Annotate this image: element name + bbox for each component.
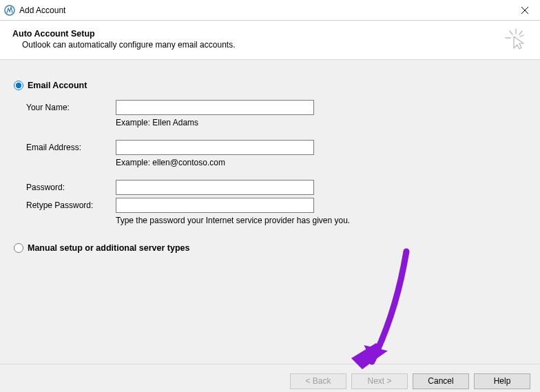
wizard-body: Email Account Your Name: Example: Ellen … (0, 60, 540, 364)
your-name-input[interactable] (116, 100, 314, 115)
svg-line-6 (510, 31, 512, 34)
email-account-label: Email Account (28, 81, 87, 90)
your-name-hint: Example: Ellen Adams (26, 118, 526, 127)
password-hint: Type the password your Internet service … (26, 216, 526, 225)
window-title: Add Account (19, 6, 509, 15)
option-manual-setup[interactable]: Manual setup or additional server types (14, 243, 526, 253)
radio-email-account[interactable] (14, 81, 23, 90)
email-address-hint: Example: ellen@contoso.com (26, 158, 526, 167)
retype-password-label: Retype Password: (26, 200, 116, 210)
titlebar: Add Account (0, 0, 540, 21)
back-button[interactable]: < Back (290, 373, 346, 389)
next-button[interactable]: Next > (351, 373, 408, 389)
password-label: Password: (26, 183, 116, 192)
help-button[interactable]: Help (474, 373, 530, 389)
retype-password-input[interactable] (116, 198, 314, 213)
wizard-header: Auto Account Setup Outlook can automatic… (0, 21, 540, 60)
your-name-label: Your Name: (26, 103, 116, 112)
header-title: Auto Account Setup (12, 29, 236, 39)
app-icon (4, 5, 15, 16)
close-button[interactable] (509, 0, 540, 21)
option-email-account[interactable]: Email Account (14, 81, 526, 90)
manual-setup-label: Manual setup or additional server types (28, 243, 189, 253)
radio-manual-setup[interactable] (14, 243, 23, 253)
svg-line-5 (520, 35, 523, 37)
click-cursor-icon (504, 28, 528, 51)
svg-line-7 (519, 31, 522, 34)
email-address-label: Email Address: (26, 143, 116, 152)
cancel-button[interactable]: Cancel (413, 373, 469, 389)
wizard-footer: < Back Next > Cancel Help (0, 364, 540, 392)
email-address-input[interactable] (116, 140, 314, 155)
password-input[interactable] (116, 180, 314, 195)
email-form: Your Name: Example: Ellen Adams Email Ad… (14, 100, 526, 225)
header-subtitle: Outlook can automatically configure many… (12, 40, 236, 50)
